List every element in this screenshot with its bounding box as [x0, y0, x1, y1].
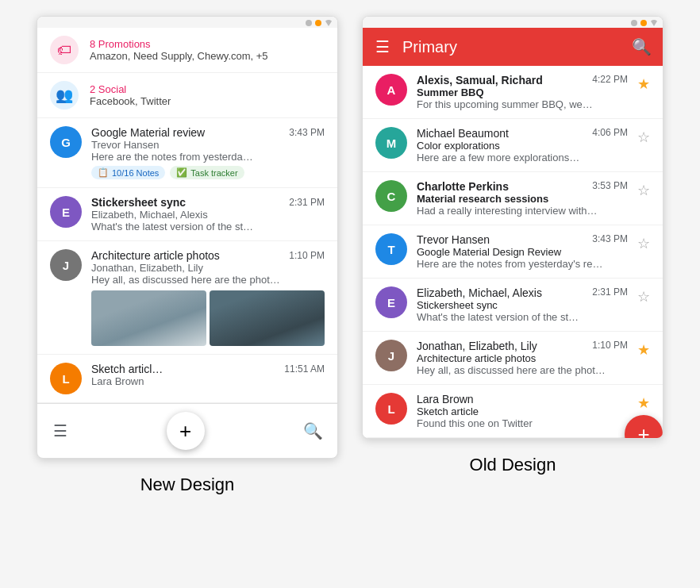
menu-icon-bottom[interactable]: ☰: [53, 421, 67, 440]
new-design-email-list: 🏷 8 Promotions Amazon, Need Supply, Chew…: [37, 28, 337, 403]
star-icon-4[interactable]: ☆: [637, 288, 650, 306]
old-email-time-2: 3:53 PM: [592, 180, 628, 191]
old-email-content-2: Charlotte Perkins 3:53 PM Material resea…: [417, 180, 628, 217]
new-email-item-3[interactable]: L Sketch articl… 11:51 AM Lara Brown: [37, 355, 337, 403]
email-sender-1: Stickersheet sync: [91, 196, 186, 209]
star-icon-6[interactable]: ★: [637, 394, 650, 412]
old-avatar-6: L: [375, 393, 407, 425]
old-email-sender-4: Elizabeth, Michael, Alexis: [417, 286, 542, 299]
old-email-header-6: Lara Brown: [417, 393, 628, 405]
old-email-content-4: Elizabeth, Michael, Alexis 2:31 PM Stick…: [417, 286, 628, 323]
old-email-preview-5: Hey all, as discussed here are the phot…: [417, 364, 628, 376]
old-email-item-1[interactable]: M Michael Beaumont 4:06 PM Color explora…: [363, 119, 663, 172]
avatar-1: E: [50, 196, 82, 228]
social-name: 2 Social: [90, 83, 171, 95]
old-email-time-5: 1:10 PM: [592, 340, 628, 351]
avatar-0: G: [50, 126, 82, 158]
old-email-subject-3: Google Material Design Review: [417, 246, 628, 258]
old-email-item-0[interactable]: A Alexis, Samual, Richard 4:22 PM Summer…: [363, 66, 663, 119]
email-time-0: 3:43 PM: [289, 127, 325, 138]
old-email-sender-1: Michael Beaumont: [417, 127, 509, 140]
social-category-row[interactable]: 👥 2 Social Facebook, Twitter: [37, 73, 337, 118]
old-design-fab[interactable]: +: [625, 415, 663, 439]
new-design-label: New Design: [140, 475, 235, 495]
promotions-icon: 🏷: [50, 36, 79, 64]
new-email-item-0[interactable]: G Google Material review 3:43 PM Trevor …: [37, 118, 337, 188]
old-email-time-4: 2:31 PM: [592, 286, 628, 298]
dot-down: [325, 20, 333, 26]
old-email-content-0: Alexis, Samual, Richard 4:22 PM Summer B…: [417, 74, 628, 110]
old-email-header-4: Elizabeth, Michael, Alexis 2:31 PM: [417, 286, 628, 299]
notes-icon: 📋: [98, 167, 109, 178]
old-email-item-2[interactable]: C Charlotte Perkins 3:53 PM Material res…: [363, 172, 663, 225]
old-email-preview-3: Here are the notes from yesterday's re…: [417, 258, 628, 270]
search-icon-bottom[interactable]: 🔍: [303, 421, 323, 440]
star-icon-1[interactable]: ☆: [637, 129, 650, 146]
star-icon-0[interactable]: ★: [637, 75, 650, 93]
old-avatar-3: T: [375, 233, 407, 265]
menu-icon-old[interactable]: ☰: [375, 37, 390, 56]
promotions-name: 8 Promotions: [90, 38, 268, 50]
promotions-info: 8 Promotions Amazon, Need Supply, Chewy.…: [90, 38, 268, 62]
star-icon-2[interactable]: ☆: [637, 182, 650, 199]
fab-plus-icon: +: [179, 421, 191, 441]
dot-square: [306, 20, 312, 26]
old-email-subject-0: Summer BBQ: [417, 86, 628, 98]
search-icon-old[interactable]: 🔍: [632, 37, 652, 56]
old-email-item-3[interactable]: T Trevor Hansen 3:43 PM Google Material …: [363, 225, 663, 279]
dot-square-old: [631, 20, 637, 26]
email-sender-3: Sketch articl…: [91, 363, 163, 375]
task-icon: ✅: [176, 167, 187, 178]
comparison-container: 🏷 8 Promotions Amazon, Need Supply, Chew…: [16, 16, 684, 495]
chip-notes: 📋 10/16 Notes: [91, 166, 165, 179]
old-email-time-0: 4:22 PM: [592, 74, 628, 85]
avatar-3: L: [50, 363, 82, 394]
old-email-header-3: Trevor Hansen 3:43 PM: [417, 233, 628, 246]
old-email-preview-6: Found this one on Twitter: [417, 417, 628, 429]
email-header-1: Stickersheet sync 2:31 PM: [91, 196, 325, 209]
old-email-header-0: Alexis, Samual, Richard 4:22 PM: [417, 74, 628, 86]
new-design-fab[interactable]: +: [167, 412, 205, 450]
old-email-header-5: Jonathan, Elizabeth, Lily 1:10 PM: [417, 340, 628, 352]
old-email-item-6[interactable]: L Lara Brown Sketch article Found this o…: [363, 385, 663, 438]
new-email-item-1[interactable]: E Stickersheet sync 2:31 PM Elizabeth, M…: [37, 188, 337, 241]
old-email-header-1: Michael Beaumont 4:06 PM: [417, 127, 628, 140]
email-time-2: 1:10 PM: [289, 250, 325, 261]
email-preview-body-1: What's the latest version of the st…: [91, 221, 325, 233]
old-email-sender-3: Trevor Hansen: [417, 233, 490, 246]
star-icon-5[interactable]: ★: [637, 341, 650, 359]
promotions-category-row[interactable]: 🏷 8 Promotions Amazon, Need Supply, Chew…: [37, 28, 337, 73]
email-time-1: 2:31 PM: [289, 197, 325, 208]
old-email-preview-2: Had a really interesting interview with…: [417, 205, 628, 217]
old-email-sender-6: Lara Brown: [417, 393, 474, 405]
old-avatar-2: C: [375, 180, 407, 212]
old-design-frame: ☰ Primary 🔍 A Alexis, Samual, Richard 4:…: [362, 16, 663, 439]
old-design-header: ☰ Primary 🔍: [363, 28, 663, 66]
email-header-2: Architecture article photos 1:10 PM: [91, 249, 325, 262]
old-email-subject-6: Sketch article: [417, 405, 628, 417]
old-design-email-list: A Alexis, Samual, Richard 4:22 PM Summer…: [363, 66, 663, 438]
building-image-1: [91, 290, 206, 346]
email-preview-body-2: Hey all, as discussed here are the phot…: [91, 274, 325, 286]
old-email-item-4[interactable]: E Elizabeth, Michael, Alexis 2:31 PM Sti…: [363, 279, 663, 332]
new-design-bottom-bar: ☰ + 🔍: [37, 403, 338, 458]
old-email-content-5: Jonathan, Elizabeth, Lily 1:10 PM Archit…: [417, 340, 628, 376]
old-email-item-5[interactable]: J Jonathan, Elizabeth, Lily 1:10 PM Arch…: [363, 332, 663, 385]
email-content-0: Google Material review 3:43 PM Trevor Ha…: [91, 126, 325, 179]
old-email-sender-5: Jonathan, Elizabeth, Lily: [417, 340, 537, 352]
old-avatar-5: J: [375, 340, 407, 371]
email-header-0: Google Material review 3:43 PM: [91, 126, 325, 139]
avatar-2: J: [50, 249, 82, 281]
email-time-3: 11:51 AM: [284, 363, 325, 375]
window-dots-old: [363, 17, 663, 28]
old-email-subject-1: Color explorations: [417, 140, 628, 152]
new-email-item-2[interactable]: J Architecture article photos 1:10 PM Jo…: [37, 241, 337, 355]
dot-down-old: [650, 20, 658, 26]
social-info: 2 Social Facebook, Twitter: [90, 83, 171, 107]
building-image-2: [210, 290, 325, 346]
email-sender-2: Architecture article photos: [91, 249, 220, 262]
email-content-2: Architecture article photos 1:10 PM Jona…: [91, 249, 325, 346]
old-email-preview-0: For this upcoming summer BBQ, we…: [417, 98, 628, 110]
header-title-old: Primary: [402, 38, 619, 56]
star-icon-3[interactable]: ☆: [637, 235, 650, 252]
